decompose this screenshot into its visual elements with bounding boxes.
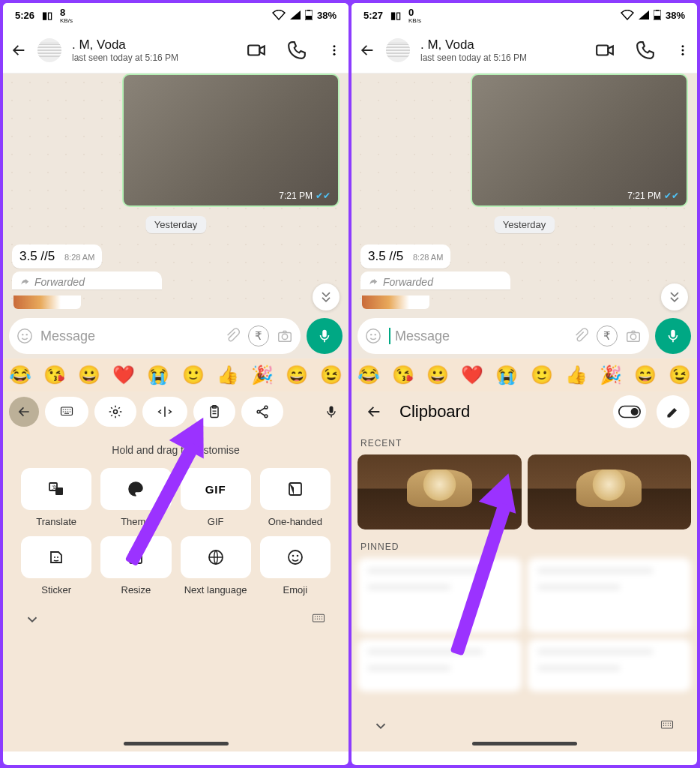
svg-point-36	[322, 616, 322, 617]
emoji-item[interactable]: 😀	[426, 364, 449, 386]
nav-pill[interactable]	[124, 742, 229, 746]
chat-title-block[interactable]: . M, Voda last seen today at 5:16 PM	[72, 38, 226, 63]
sent-image-message[interactable]: 7:21 PM ✔✔	[122, 74, 340, 207]
voice-typing-button[interactable]	[320, 400, 343, 423]
chat-body[interactable]: 7:21 PM ✔✔ Yesterday 3.5 //5 8:28 AM For…	[3, 74, 349, 314]
video-call-icon[interactable]	[247, 40, 266, 60]
camera-icon[interactable]	[277, 328, 293, 344]
payment-icon[interactable]: ₹	[597, 326, 618, 346]
emoji-item[interactable]: 😘	[392, 364, 414, 386]
emoji-icon[interactable]	[16, 328, 33, 344]
video-call-icon[interactable]	[595, 40, 615, 60]
avatar[interactable]	[37, 38, 61, 62]
emoji-item[interactable]: 😂	[9, 364, 31, 386]
grid-label: Next language	[184, 584, 247, 596]
emoji-item[interactable]: 👍	[217, 364, 239, 386]
keyboard-layout-button[interactable]	[45, 397, 88, 427]
grid-item-gif[interactable]: GIF GIF	[181, 468, 251, 527]
emoji-item[interactable]: 😀	[78, 364, 100, 386]
clipboard-back-button[interactable]	[359, 397, 389, 427]
svg-point-17	[257, 410, 260, 413]
message-input[interactable]: Message ₹	[357, 318, 649, 354]
forwarded-message[interactable]: Forwarded	[12, 272, 162, 290]
clipboard-edit-button[interactable]	[657, 395, 690, 428]
emoji-item[interactable]: 😘	[43, 364, 66, 386]
avatar[interactable]	[386, 38, 410, 62]
back-icon[interactable]	[10, 42, 27, 58]
emoji-item[interactable]: 🎉	[251, 364, 274, 386]
grid-item-sticker[interactable]: Sticker	[21, 536, 91, 596]
payment-icon[interactable]: ₹	[248, 326, 269, 346]
emoji-item[interactable]: ❤️	[112, 364, 135, 386]
emoji-item[interactable]: 👍	[565, 364, 588, 386]
chat-title-block[interactable]: . M, Voda last seen today at 5:16 PM	[420, 38, 574, 63]
grid-item-translate[interactable]: 文 Translate	[21, 468, 91, 527]
collapse-icon[interactable]	[372, 718, 389, 734]
message-input[interactable]: Message ₹	[9, 318, 301, 354]
svg-point-49	[370, 334, 372, 335]
emoji-item[interactable]: ❤️	[461, 364, 483, 386]
mic-button[interactable]	[307, 318, 343, 354]
grid-label: Translate	[36, 516, 76, 527]
forwarded-message[interactable]: Forwarded	[360, 272, 510, 290]
clipboard-image-item[interactable]	[528, 454, 692, 530]
svg-rect-1	[307, 10, 310, 11]
clipboard-text-item[interactable]	[357, 558, 522, 633]
keyboard-bottom-row	[351, 711, 697, 741]
keyboard-back-button[interactable]	[9, 397, 39, 427]
chat-body[interactable]: 7:21 PM ✔✔ Yesterday 3.5 //5 8:28 AM For…	[351, 74, 697, 314]
svg-point-39	[319, 619, 320, 620]
status-bar: 5:26 ▮▯ 8 KB/s 38%	[3, 3, 349, 27]
emoji-item[interactable]: 🙂	[182, 364, 205, 386]
grid-item-one-handed[interactable]: One-handed	[260, 468, 331, 527]
sent-image-message[interactable]: 7:21 PM ✔✔	[471, 74, 688, 207]
received-message[interactable]: 3.5 //5 8:28 AM	[360, 244, 450, 268]
message-placeholder: Message	[40, 328, 217, 344]
scroll-to-bottom-button[interactable]	[661, 284, 688, 310]
emoji-icon[interactable]	[365, 328, 381, 344]
svg-point-5	[334, 49, 336, 51]
clipboard-text-item[interactable]	[357, 639, 522, 692]
grid-item-emoji[interactable]: Emoji	[260, 536, 331, 596]
voice-call-icon[interactable]	[287, 40, 307, 60]
voice-call-icon[interactable]	[636, 40, 655, 60]
keyboard-mode-icon[interactable]	[310, 613, 328, 626]
keyboard-mode-icon[interactable]	[658, 719, 676, 733]
emoji-item[interactable]: 🎉	[600, 364, 622, 386]
signal-icon	[290, 10, 301, 20]
emoji-item[interactable]: 🙂	[531, 364, 553, 386]
svg-rect-44	[597, 45, 608, 55]
more-icon[interactable]	[676, 40, 690, 60]
share-button[interactable]	[241, 397, 283, 427]
attach-icon[interactable]	[224, 328, 241, 344]
camera-icon[interactable]	[625, 328, 642, 344]
scroll-to-bottom-button[interactable]	[313, 284, 340, 310]
attach-icon[interactable]	[573, 328, 589, 344]
svg-text:文: 文	[52, 484, 57, 490]
keyboard-settings-button[interactable]	[94, 397, 136, 427]
grid-label: Emoji	[283, 584, 308, 596]
emoji-item[interactable]: 😭	[495, 364, 518, 386]
date-chip: Yesterday	[145, 216, 206, 233]
more-icon[interactable]	[328, 40, 341, 60]
svg-point-58	[666, 723, 666, 724]
message-time: 7:21 PM	[279, 190, 313, 201]
back-icon[interactable]	[359, 42, 375, 58]
grid-item-next-language[interactable]: Next language	[181, 536, 251, 596]
emoji-item[interactable]: 😄	[286, 364, 308, 386]
mic-button[interactable]	[655, 318, 691, 354]
clipboard-toggle[interactable]	[613, 395, 646, 428]
emoji-item[interactable]: 😉	[320, 364, 343, 386]
emoji-item[interactable]: 😭	[147, 364, 169, 386]
received-message[interactable]: 3.5 //5 8:28 AM	[12, 244, 102, 268]
clipboard-text-item[interactable]	[528, 639, 692, 692]
svg-point-63	[668, 725, 669, 726]
clipboard-text-item[interactable]	[528, 558, 692, 633]
svg-rect-3	[248, 45, 259, 55]
nav-pill[interactable]	[472, 742, 577, 746]
svg-point-34	[317, 616, 318, 617]
emoji-item[interactable]: 😄	[634, 364, 657, 386]
emoji-item[interactable]: 😂	[357, 364, 380, 386]
emoji-item[interactable]: 😉	[669, 364, 691, 386]
collapse-icon[interactable]	[24, 611, 40, 628]
